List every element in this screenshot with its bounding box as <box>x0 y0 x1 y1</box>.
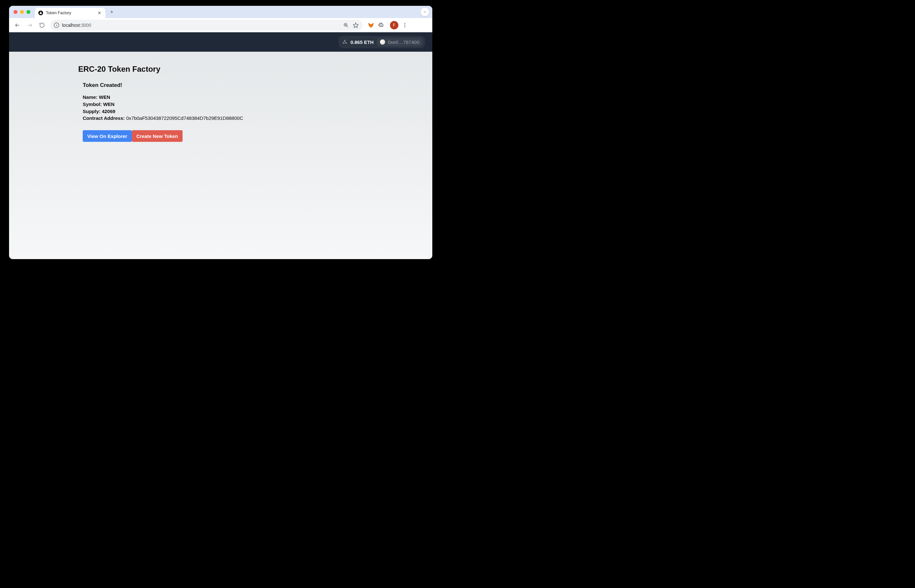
url-host: localhost: <box>62 23 81 28</box>
address-bar[interactable]: localhost:3000 <box>50 20 363 31</box>
url-text: localhost:3000 <box>62 23 91 28</box>
token-symbol-label: Symbol: <box>83 102 102 107</box>
token-contract-row: Contract Address: 0x7b0aF530438722095Cd7… <box>83 115 343 122</box>
svg-line-20 <box>345 41 346 43</box>
browser-toolbar: localhost:3000 F <box>9 18 432 32</box>
page-title: ERC-20 Token Factory <box>78 65 343 74</box>
kebab-menu-icon[interactable] <box>401 21 409 29</box>
token-symbol-row: Symbol: WEN <box>83 101 343 108</box>
browser-tab[interactable]: Token Factory ✕ <box>35 8 105 18</box>
site-info-icon[interactable] <box>54 22 60 28</box>
wallet-balance: 0.865 ETH <box>350 39 374 45</box>
svg-point-14 <box>405 24 405 26</box>
svg-point-13 <box>405 23 405 24</box>
token-supply-row: Supply: 42069 <box>83 108 343 115</box>
wallet-avatar-icon <box>380 39 385 45</box>
window-close-button[interactable] <box>14 10 18 14</box>
token-created-heading: Token Created! <box>83 82 343 89</box>
forward-button[interactable] <box>24 20 35 31</box>
token-contract-value: 0x7b0aF530438722095Cd748384D7b29E91D8880… <box>126 115 243 121</box>
token-supply-value: 42069 <box>102 108 115 114</box>
window-zoom-button[interactable] <box>26 10 31 14</box>
extension-icons: F <box>368 21 409 29</box>
svg-marker-10 <box>353 23 358 27</box>
page-content: 0.865 ETH 0xe0…767400 ERC-20 Token Facto… <box>9 32 432 259</box>
svg-point-17 <box>342 43 344 44</box>
svg-line-7 <box>347 26 348 27</box>
profile-avatar[interactable]: F <box>390 21 399 29</box>
extensions-icon[interactable] <box>377 21 384 29</box>
back-button[interactable] <box>12 20 23 31</box>
url-path: 3000 <box>81 23 91 28</box>
reload-button[interactable] <box>37 20 47 31</box>
button-row: View On Explorer Create New Token <box>83 130 343 142</box>
view-on-explorer-button[interactable]: View On Explorer <box>83 130 132 142</box>
page-body: ERC-20 Token Factory Token Created! Name… <box>9 52 432 259</box>
window-minimize-button[interactable] <box>20 10 24 14</box>
metamask-icon[interactable] <box>368 22 374 28</box>
create-new-token-button[interactable]: Create New Token <box>132 130 182 142</box>
svg-point-15 <box>405 26 405 27</box>
wallet-address-chip[interactable]: 0xe0…767400 <box>377 38 423 47</box>
tab-search-button[interactable] <box>421 8 429 16</box>
token-contract-label: Contract Address: <box>83 115 125 121</box>
browser-window: Token Factory ✕ + localhost:3000 <box>9 6 432 259</box>
bookmark-icon[interactable] <box>352 22 359 29</box>
token-supply-label: Supply: <box>83 108 100 114</box>
tab-favicon <box>38 10 43 16</box>
toolbar-divider <box>387 22 387 28</box>
token-name-label: Name: <box>83 94 98 100</box>
svg-point-18 <box>346 43 347 44</box>
tab-bar: Token Factory ✕ + <box>9 6 432 18</box>
token-name-row: Name: WEN <box>83 94 343 101</box>
main-container: ERC-20 Token Factory Token Created! Name… <box>78 65 343 142</box>
wallet-address: 0xe0…767400 <box>388 39 420 45</box>
dapp-header: 0.865 ETH 0xe0…767400 <box>9 32 432 52</box>
wallet-connect-button[interactable]: 0.865 ETH 0xe0…767400 <box>338 36 425 48</box>
svg-point-16 <box>344 40 345 41</box>
token-symbol-value: WEN <box>103 102 115 107</box>
svg-line-19 <box>344 41 345 43</box>
zoom-icon[interactable] <box>342 22 350 29</box>
network-icon <box>342 39 347 45</box>
close-tab-icon[interactable]: ✕ <box>97 10 102 16</box>
tab-title: Token Factory <box>46 11 94 15</box>
token-name-value: WEN <box>99 94 110 100</box>
window-controls <box>14 10 31 14</box>
token-created-card: Token Created! Name: WEN Symbol: WEN Sup… <box>78 82 343 142</box>
new-tab-button[interactable]: + <box>107 7 116 16</box>
